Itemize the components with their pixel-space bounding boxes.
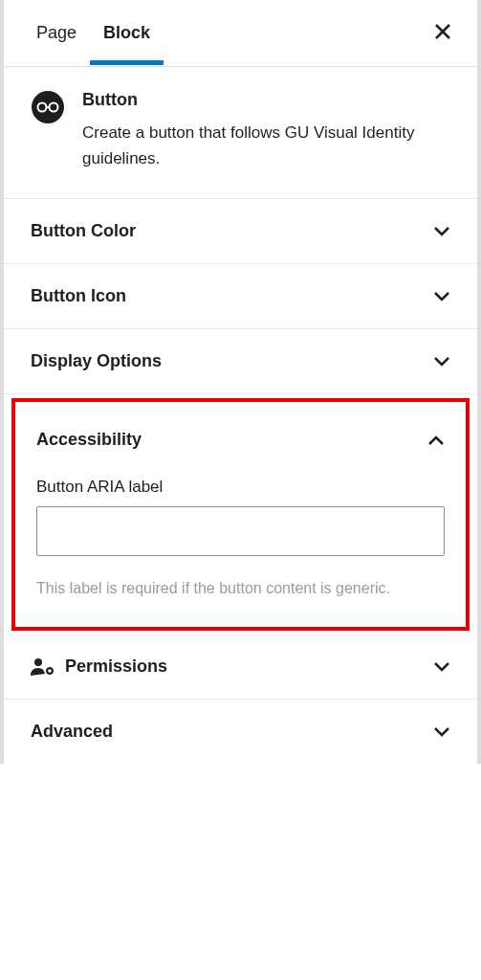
aria-label-field-label: Button ARIA label bbox=[36, 478, 445, 497]
section-button-icon: Button Icon bbox=[4, 264, 477, 329]
section-button-color: Button Color bbox=[4, 199, 477, 264]
section-header-permissions[interactable]: Permissions bbox=[4, 635, 477, 699]
tab-block[interactable]: Block bbox=[90, 2, 164, 64]
section-title: Button Color bbox=[31, 221, 136, 241]
section-title: Accessibility bbox=[36, 430, 142, 450]
section-display-options: Display Options bbox=[4, 329, 477, 394]
permissions-icon bbox=[31, 657, 55, 678]
chevron-down-icon bbox=[433, 350, 450, 372]
close-icon bbox=[433, 22, 452, 41]
aria-label-input[interactable] bbox=[36, 506, 445, 556]
section-permissions: Permissions bbox=[4, 635, 477, 700]
block-settings-panel: Page Block Button Create a button that f… bbox=[4, 0, 477, 764]
accessibility-body: Button ARIA label This label is required… bbox=[15, 468, 466, 627]
chevron-up-icon bbox=[427, 429, 445, 451]
section-title: Advanced bbox=[31, 722, 113, 742]
permissions-label: Permissions bbox=[65, 657, 167, 677]
block-description: Create a button that follows GU Visual I… bbox=[82, 120, 450, 171]
close-panel-button[interactable] bbox=[427, 16, 458, 51]
section-header-button-icon[interactable]: Button Icon bbox=[4, 264, 477, 328]
chevron-down-icon bbox=[433, 285, 450, 307]
svg-point-4 bbox=[34, 658, 42, 666]
section-header-button-color[interactable]: Button Color bbox=[4, 199, 477, 263]
highlighted-section: Accessibility Button ARIA label This lab… bbox=[11, 398, 470, 631]
section-accessibility: Accessibility Button ARIA label This lab… bbox=[15, 402, 466, 627]
section-title: Display Options bbox=[31, 351, 162, 371]
button-block-icon bbox=[31, 90, 65, 124]
section-header-advanced[interactable]: Advanced bbox=[4, 700, 477, 764]
block-header: Button Create a button that follows GU V… bbox=[4, 67, 477, 199]
chevron-down-icon bbox=[433, 721, 450, 743]
section-title: Button Icon bbox=[31, 286, 126, 306]
section-header-display-options[interactable]: Display Options bbox=[4, 329, 477, 393]
section-title: Permissions bbox=[31, 657, 167, 678]
chevron-down-icon bbox=[433, 220, 450, 242]
settings-tabs: Page Block bbox=[4, 0, 477, 67]
tab-page[interactable]: Page bbox=[23, 2, 90, 64]
chevron-down-icon bbox=[433, 656, 450, 678]
block-title: Button bbox=[82, 90, 450, 110]
svg-point-5 bbox=[47, 668, 53, 674]
section-advanced: Advanced bbox=[4, 700, 477, 764]
section-header-accessibility[interactable]: Accessibility bbox=[15, 402, 466, 468]
aria-help-text: This label is required if the button con… bbox=[36, 577, 445, 600]
